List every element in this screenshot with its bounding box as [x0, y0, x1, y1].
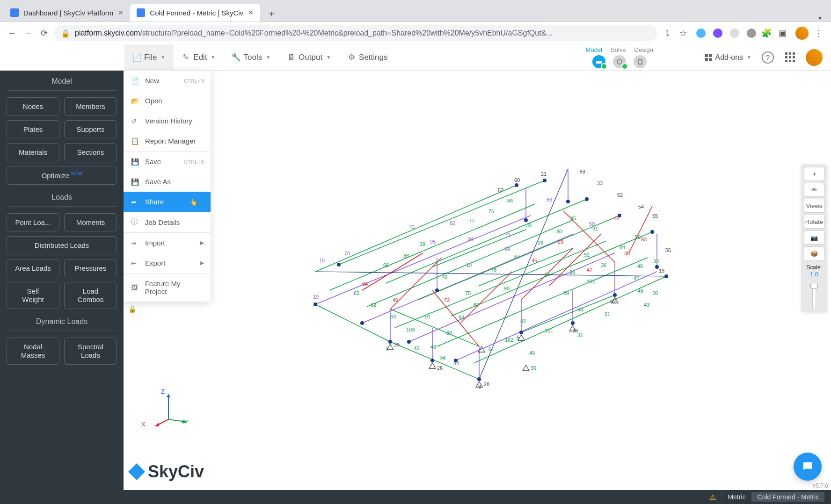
supports-button[interactable]: Supports [64, 120, 117, 138]
sidepanel-icon[interactable]: ▣ [777, 28, 788, 39]
svg-text:1: 1 [386, 346, 388, 352]
eye-button[interactable]: 👁 [804, 183, 824, 197]
self-weight-button[interactable]: Self Weight [7, 282, 59, 309]
menu-save-as[interactable]: 💾 Save As [124, 172, 211, 192]
menu-label: Save [145, 158, 161, 166]
profile-avatar[interactable] [795, 27, 809, 40]
menu-icon[interactable]: ⋮ [813, 28, 824, 39]
pressures-button[interactable]: Pressures [64, 259, 117, 277]
status-filename[interactable]: Cold Formed - Metric [751, 492, 824, 502]
tab-close-icon[interactable]: ✕ [248, 9, 254, 16]
chevron-down-icon: ▼ [160, 55, 165, 60]
share-icon: ➦ [131, 198, 139, 206]
file-menu-button[interactable]: 📄 File ▼ [124, 44, 174, 71]
rotate-button[interactable]: Rotate [804, 215, 824, 229]
svg-line-26 [521, 295, 615, 332]
menu-open[interactable]: 📂 Open [124, 91, 211, 111]
menu-feature[interactable]: 🖼 Feature My Project [124, 274, 211, 302]
svg-text:20: 20 [652, 290, 658, 296]
chat-button[interactable] [794, 453, 822, 481]
svg-text:57: 57 [498, 187, 503, 193]
box-button[interactable]: 📦 [804, 246, 824, 260]
menu-share[interactable]: ➦ Share 👆 [124, 192, 211, 212]
extension-icon[interactable] [730, 29, 739, 38]
reload-icon[interactable]: ⟳ [38, 28, 50, 39]
scale-value: 1.0 [804, 271, 824, 278]
svg-text:26: 26 [538, 240, 543, 245]
back-icon[interactable]: ← [7, 28, 18, 39]
menu-save[interactable]: 💾 Save CTRL+S [124, 151, 211, 172]
plates-button[interactable]: Plates [7, 120, 59, 138]
distributed-loads-button[interactable]: Distributed Loads [7, 236, 117, 254]
svg-text:46: 46 [393, 297, 398, 303]
svg-line-37 [437, 258, 648, 346]
addons-button[interactable]: Add-ons ▼ [705, 53, 752, 62]
sections-button[interactable]: Sections [64, 143, 117, 161]
url-input[interactable]: 🔒 platform.skyciv.com/structural?preload… [54, 25, 657, 41]
chevron-right-icon: ▶ [200, 240, 204, 246]
output-menu-button[interactable]: 🖥 Output ▼ [279, 44, 339, 71]
canvas-viewport[interactable]: Sec5: LC08330 Sec6: 30 x 1 SW: ON 🔓 Z Y … [124, 71, 831, 490]
svg-text:67: 67 [474, 302, 479, 308]
tab-close-icon[interactable]: ✕ [118, 9, 124, 16]
menu-report-manager[interactable]: 📋 Report Manager [124, 131, 211, 151]
user-avatar[interactable] [806, 49, 823, 66]
zoom-in-button[interactable]: ＋ [804, 167, 824, 181]
menu-new[interactable]: 📄 New CTRL+N [124, 71, 211, 91]
menu-label: Report Manager [145, 137, 196, 145]
design-status-icon[interactable] [634, 55, 647, 68]
menu-job-details[interactable]: ⓘ Job Details [124, 212, 211, 232]
tabs-dropdown-icon[interactable]: ▾ [818, 14, 822, 22]
file-dropdown: 📄 New CTRL+N 📂 Open ↺ Version History 📋 … [124, 71, 211, 302]
svg-text:66: 66 [383, 262, 389, 268]
load-combos-button[interactable]: Load Combos [64, 282, 117, 309]
new-tab-button[interactable]: + [264, 7, 279, 22]
camera-button[interactable]: 📷 [804, 230, 824, 245]
menu-version-history[interactable]: ↺ Version History [124, 111, 211, 131]
bookmark-icon[interactable]: ☆ [678, 28, 689, 39]
scale-slider[interactable] [812, 281, 816, 310]
menu-import[interactable]: ⇥ Import ▶ [124, 233, 211, 253]
moments-button[interactable]: Moments [64, 213, 117, 231]
svg-text:19: 19 [659, 268, 664, 274]
extensions-icon[interactable]: 🧩 [761, 28, 772, 39]
menu-export[interactable]: ⇤ Export ▶ [124, 253, 211, 273]
extension-icon[interactable] [747, 29, 756, 38]
svg-text:101: 101 [545, 328, 553, 333]
nodes-button[interactable]: Nodes [7, 97, 59, 115]
optimize-label: Optimize [42, 172, 69, 180]
members-button[interactable]: Members [64, 97, 117, 115]
status-units[interactable]: Metric [722, 492, 751, 502]
scale-label: Scale: 1.0 [804, 264, 824, 278]
settings-menu-button[interactable]: ⚙ Settings [339, 44, 396, 71]
mode-tab-solve[interactable]: Solve [611, 46, 626, 53]
tools-menu-button[interactable]: 🔧 Tools ▼ [224, 44, 279, 71]
warning-icon[interactable]: ⚠ [709, 493, 716, 502]
unlock-icon[interactable]: 🔓 [128, 305, 178, 314]
model-status-icon[interactable] [592, 55, 605, 68]
mode-tab-model[interactable]: Model [586, 46, 602, 53]
extension-icon[interactable] [696, 29, 706, 38]
area-loads-button[interactable]: Area Loads [7, 259, 59, 277]
svg-rect-2 [638, 59, 642, 64]
pencil-icon: ✎ [182, 54, 190, 61]
help-icon[interactable]: ? [762, 51, 774, 64]
point-loads-button[interactable]: Point Loa... [7, 213, 59, 231]
tab-dashboard[interactable]: Dashboard | SkyCiv Platform ✕ [4, 4, 130, 22]
materials-button[interactable]: Materials [7, 143, 59, 161]
solve-status-icon[interactable] [613, 55, 626, 68]
forward-icon[interactable]: → [22, 28, 34, 39]
nodal-masses-button[interactable]: Nodal Masses [7, 338, 59, 365]
extension-icon[interactable] [713, 29, 722, 38]
views-button[interactable]: Views [804, 199, 824, 213]
svg-text:50: 50 [589, 221, 595, 227]
spectral-loads-button[interactable]: Spectral Loads [64, 338, 117, 365]
model-section: Model Nodes Members Plates Supports Mate… [7, 77, 117, 185]
mode-tab-design[interactable]: Design [634, 46, 653, 53]
edit-menu-button[interactable]: ✎ Edit ▼ [174, 44, 224, 71]
tab-cold-formed[interactable]: Cold Formed - Metric | SkyCiv ✕ [130, 4, 260, 22]
optimize-button[interactable]: Optimize NEW [7, 166, 117, 185]
slider-thumb[interactable] [810, 284, 818, 288]
install-icon[interactable]: ⤵ [662, 28, 673, 39]
apps-icon[interactable] [784, 52, 795, 63]
